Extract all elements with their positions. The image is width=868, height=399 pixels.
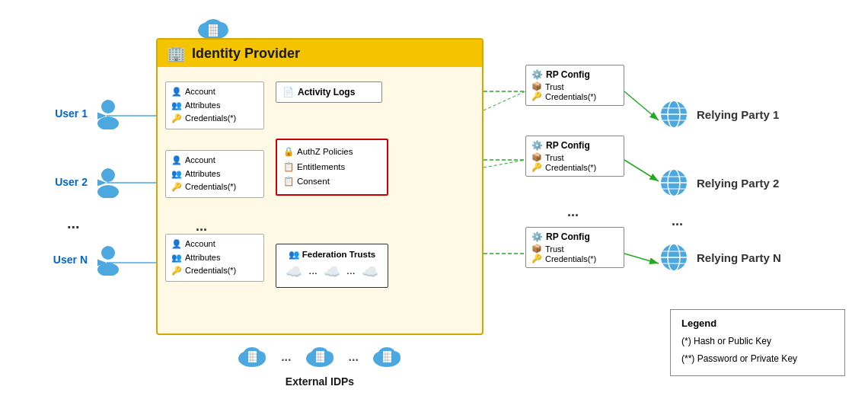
- key-icon-1: 🔑: [531, 91, 542, 101]
- rp-credentials-1: 🔑Credentials(*): [531, 91, 618, 101]
- credentials-1: 🔑Credentials(*): [171, 112, 258, 126]
- svg-point-32: [101, 168, 115, 182]
- activity-logs-title: 📄 Activity Logs: [282, 87, 375, 97]
- svg-line-7: [624, 160, 659, 181]
- gear-icon-n: ⚙️: [531, 231, 543, 242]
- rp-dots-middle: ...: [567, 204, 579, 220]
- credentials-n: 🔑Credentials(*): [171, 264, 258, 278]
- federation-box: 👥 Federation Trusts ☁️ ··· ☁️ ··· ☁️: [276, 244, 388, 288]
- key-icon-2: 🔑: [531, 162, 542, 172]
- list-icon: 📋: [283, 160, 294, 175]
- ext-cloud-3: [370, 342, 404, 372]
- user-1-label: User 1: [49, 107, 88, 120]
- account-n: 👤Account: [171, 238, 258, 251]
- svg-rect-75: [383, 351, 391, 362]
- attributes-2: 👥Attributes: [171, 168, 258, 181]
- federation-icons-row: ☁️ ··· ☁️ ··· ☁️: [282, 263, 381, 282]
- svg-point-35: [97, 263, 119, 276]
- rp-config-2-title: ⚙️ RP Config: [531, 140, 618, 151]
- box-icon-2: 📦: [531, 152, 542, 162]
- user-data-box-2: 👤Account 👥Attributes 🔑Credentials(*): [165, 150, 264, 198]
- attributes-n: 👥Attributes: [171, 251, 258, 265]
- rp-2-row: Relying Party 2: [659, 168, 779, 198]
- user-data-box-n: 👤Account 👥Attributes 🔑Credentials(*): [165, 234, 264, 282]
- consent-row: 📋Consent: [283, 174, 381, 190]
- ext-dots: ...: [281, 350, 291, 364]
- rp-config-n: ⚙️ RP Config 📦Trust 🔑Credentials(*): [525, 227, 624, 268]
- svg-rect-65: [316, 351, 324, 362]
- rp-config-n-title: ⚙️ RP Config: [531, 231, 618, 242]
- svg-point-33: [97, 185, 119, 198]
- rp-1-label: Relying Party 1: [697, 108, 779, 121]
- federation-icon: 👥: [289, 249, 299, 260]
- gear-icon-1: ⚙️: [531, 69, 543, 80]
- rp-credentials-n: 🔑Credentials(*): [531, 254, 618, 263]
- box-icon-1: 📦: [531, 81, 542, 91]
- activity-logs-box: 📄 Activity Logs: [276, 81, 382, 103]
- rp-credentials-2: 🔑Credentials(*): [531, 162, 618, 172]
- ext-cloud-2: [303, 342, 337, 372]
- rp-config-1-title: ⚙️ RP Config: [531, 69, 618, 80]
- rp-trust-n: 📦Trust: [531, 244, 618, 254]
- rp-2-globe-icon: [659, 168, 689, 198]
- fed-dots-2: ···: [346, 263, 356, 282]
- diagram-container: 🏢 Identity Provider 👤Account 👥Attributes…: [8, 8, 860, 391]
- user-2-label: User 2: [49, 176, 88, 188]
- user-2-row: User 2: [49, 166, 123, 198]
- credentials-2: 🔑Credentials(*): [171, 180, 258, 194]
- federation-title: 👥 Federation Trusts: [282, 249, 381, 260]
- cloud-fed-2: ☁️: [324, 263, 340, 282]
- rp-trust-1: 📦Trust: [531, 81, 618, 91]
- idp-box: 🏢 Identity Provider 👤Account 👥Attributes…: [156, 38, 483, 335]
- user-n-label: User N: [49, 254, 88, 266]
- svg-point-30: [101, 100, 115, 113]
- box-icon-n: 📦: [531, 244, 542, 254]
- gear-icon-2: ⚙️: [531, 140, 543, 151]
- user-n-icon: [94, 244, 123, 276]
- user-middle-dots: ...: [67, 215, 80, 232]
- fed-dots: ···: [308, 263, 318, 282]
- user-1-row: User 1: [49, 97, 123, 129]
- rp-2-label: Relying Party 2: [697, 177, 779, 190]
- account-1: 👤Account: [171, 85, 258, 99]
- cloud-fed-1: ☁️: [286, 263, 302, 282]
- account-2: 👤Account: [171, 154, 258, 168]
- legend-box: Legend (*) Hash or Public Key (**) Passw…: [670, 309, 845, 376]
- ext-dots-2: ...: [349, 350, 359, 364]
- rp-n-globe-icon: [659, 242, 689, 273]
- user-2-icon: [94, 166, 123, 198]
- rp-n-label: Relying Party N: [697, 251, 781, 264]
- authz-policies-row: 🔒AuthZ Policies: [283, 145, 381, 160]
- svg-rect-55: [248, 351, 257, 362]
- svg-line-8: [624, 254, 659, 263]
- external-idps-section: ... ...: [156, 342, 483, 388]
- legend-item-2: (**) Password or Private Key: [681, 350, 834, 368]
- rp-1-globe-icon: [659, 99, 689, 129]
- user-dots-idp: ...: [196, 219, 207, 235]
- cloud-fed-3: ☁️: [362, 263, 378, 282]
- entitlements-row: 📋Entitlements: [283, 160, 381, 175]
- policy-icon: 🔒: [283, 145, 294, 160]
- rp-trust-2: 📦Trust: [531, 152, 618, 162]
- rp-n-row: Relying Party N: [659, 242, 781, 273]
- idp-title: Identity Provider: [192, 46, 300, 62]
- svg-line-15: [483, 91, 525, 110]
- attributes-1: 👥Attributes: [171, 99, 258, 113]
- svg-point-34: [101, 246, 115, 260]
- ext-cloud-1: [235, 342, 270, 372]
- svg-point-31: [97, 117, 119, 129]
- user-1-icon: [94, 97, 123, 129]
- consent-icon: 📋: [283, 174, 294, 190]
- external-idps-label: External IDPs: [286, 375, 354, 388]
- svg-line-6: [624, 91, 659, 120]
- rp-config-1: ⚙️ RP Config 📦Trust 🔑Credentials(*): [525, 65, 624, 106]
- rp-config-2: ⚙️ RP Config 📦Trust 🔑Credentials(*): [525, 136, 624, 177]
- legend-item-1: (*) Hash or Public Key: [681, 333, 834, 350]
- idp-header: 🏢 Identity Provider: [158, 40, 482, 67]
- doc-icon: 📄: [282, 87, 294, 97]
- key-icon-n: 🔑: [531, 254, 542, 263]
- user-n-row: User N: [49, 244, 123, 276]
- user-data-box-1: 👤Account 👥Attributes 🔑Credentials(*): [165, 81, 264, 129]
- legend-title: Legend: [681, 318, 834, 329]
- rp-1-row: Relying Party 1: [659, 99, 779, 129]
